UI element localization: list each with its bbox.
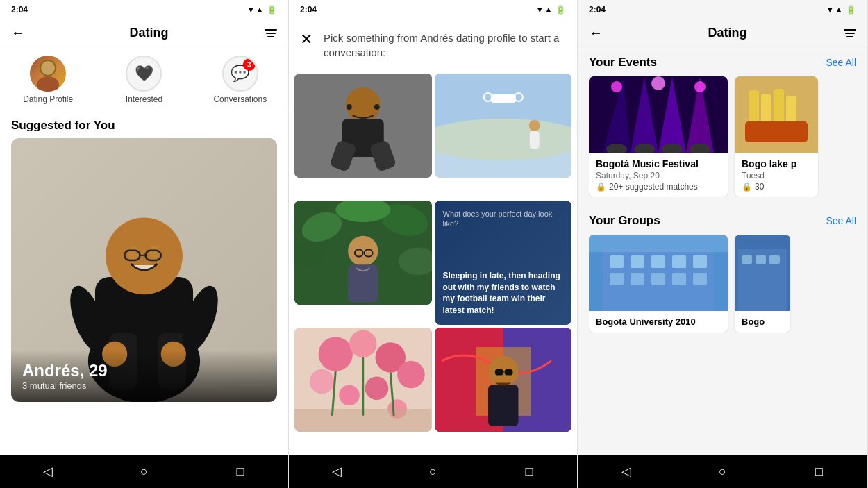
suggested-person-card[interactable]: Andrés, 29 3 mutual friends (11, 138, 277, 402)
filter-button-1[interactable] (265, 29, 277, 37)
group-1-info: Bogotá University 2010 (589, 311, 728, 333)
svg-rect-36 (529, 131, 539, 149)
events-section-header: Your Events See All (589, 56, 856, 69)
android-back-2[interactable]: ◁ (323, 457, 351, 485)
android-home-2[interactable]: ○ (419, 457, 446, 485)
screen-dating-events: 2:04 ▾ ▲ 🔋 ← Dating Your Events See All (578, 0, 868, 488)
battery-icon-2: 🔋 (556, 5, 566, 15)
svg-point-10 (149, 246, 160, 260)
conversation-prompt: Pick something from Andrés dating profil… (324, 31, 566, 60)
group-card-1[interactable]: Bogotá University 2010 (589, 235, 728, 333)
svg-point-81 (694, 81, 706, 92)
page-title-3: Dating (611, 26, 844, 40)
card-mutual-friends: 3 mutual friends (22, 380, 266, 391)
svg-point-26 (347, 104, 352, 110)
svg-point-2 (41, 61, 55, 75)
groups-see-all[interactable]: See All (826, 215, 856, 226)
page-title-1: Dating (33, 26, 265, 40)
app-header-1: ← Dating (0, 19, 288, 47)
back-button-3[interactable]: ← (589, 25, 603, 41)
android-recents-3[interactable]: □ (806, 457, 833, 485)
groups-title: Your Groups (589, 214, 660, 228)
events-section: Your Events See All (578, 47, 867, 205)
screen-conversation-starter: 2:04 ▾ ▲ 🔋 ✕ Pick something from Andrés … (289, 0, 578, 488)
event-1-name: Bogotá Music Festival (596, 158, 721, 169)
svg-point-65 (488, 356, 518, 386)
group-2-name: Bogo (742, 317, 783, 327)
battery-icon: 🔋 (267, 5, 277, 15)
interested-icon: 🖤 (126, 56, 162, 92)
event-img-food (735, 76, 818, 153)
wifi-icon: ▾ (249, 5, 253, 15)
perfect-day-answer: Sleeping in late, then heading out with … (443, 270, 564, 317)
svg-rect-87 (745, 121, 808, 142)
wifi-icon-3: ▾ (828, 5, 832, 15)
wifi-icon-2: ▾ (537, 5, 542, 15)
dating-profile-icon (30, 56, 66, 92)
svg-point-49 (319, 337, 353, 371)
svg-point-53 (397, 361, 425, 389)
svg-rect-104 (756, 255, 766, 264)
close-button[interactable]: ✕ (300, 31, 312, 49)
svg-rect-85 (774, 89, 784, 125)
svg-point-50 (349, 330, 377, 357)
photo-cell-6[interactable] (435, 328, 572, 432)
android-recents-2[interactable]: □ (515, 457, 543, 485)
tab-conversations-label: Conversations (213, 94, 267, 104)
svg-rect-93 (672, 255, 686, 268)
svg-rect-105 (769, 255, 780, 264)
event-card-2[interactable]: Bogo lake p Tuesd 🔒 30 (735, 76, 818, 197)
photo-cell-3[interactable] (294, 201, 432, 305)
android-back-1[interactable]: ◁ (34, 457, 62, 485)
event-1-matches: 🔒 20+ suggested matches (596, 182, 721, 192)
svg-point-9 (128, 246, 139, 260)
tab-dating-profile-label: Dating Profile (23, 94, 73, 104)
events-scroll: Bogotá Music Festival Saturday, Sep 20 🔒… (589, 76, 856, 197)
svg-point-79 (611, 81, 622, 92)
tab-dating-profile[interactable]: Dating Profile (20, 56, 76, 104)
android-recents-1[interactable]: □ (226, 457, 254, 485)
group-img-partial (735, 235, 790, 311)
status-bar-1: 2:04 ▾ ▲ 🔋 (0, 0, 288, 19)
svg-point-54 (339, 385, 360, 405)
status-time-2: 2:04 (300, 5, 317, 15)
group-2-info: Bogo (735, 311, 790, 333)
photo-cell-5[interactable] (294, 328, 432, 432)
status-time-3: 2:04 (589, 5, 606, 15)
svg-rect-103 (742, 255, 752, 264)
events-see-all[interactable]: See All (826, 57, 856, 68)
event-1-info: Bogotá Music Festival Saturday, Sep 20 🔒… (589, 153, 728, 197)
filter-line-3b (845, 33, 855, 34)
group-card-2[interactable]: Bogo (735, 235, 790, 333)
android-back-3[interactable]: ◁ (612, 457, 640, 485)
tab-interested-label: Interested (126, 94, 162, 104)
suggested-section-title: Suggested for You (0, 110, 288, 138)
filter-button-3[interactable] (844, 29, 856, 37)
svg-point-80 (651, 76, 665, 90)
android-home-3[interactable]: ○ (709, 457, 737, 485)
filter-line-3a (844, 29, 856, 31)
event-2-name: Bogo lake p (742, 158, 811, 169)
svg-rect-84 (761, 94, 771, 125)
event-2-info: Bogo lake p Tuesd 🔒 30 (735, 153, 818, 197)
android-nav-1: ◁ ○ □ (0, 455, 288, 488)
tab-interested[interactable]: 🖤 Interested (116, 56, 172, 104)
svg-rect-99 (693, 273, 707, 285)
filter-line-2 (266, 33, 276, 34)
conversations-icon: 💬 3 (222, 56, 258, 92)
tab-conversations[interactable]: 💬 3 Conversations (212, 56, 268, 104)
groups-scroll: Bogotá University 2010 Bogo (589, 235, 856, 333)
photo-cell-2[interactable] (435, 74, 572, 178)
back-button-1[interactable]: ← (11, 25, 25, 41)
svg-rect-83 (749, 90, 759, 125)
event-card-1[interactable]: Bogotá Music Festival Saturday, Sep 20 🔒… (589, 76, 728, 197)
event-2-date: Tuesd (742, 171, 811, 180)
svg-rect-100 (589, 235, 728, 252)
screen2-header: ✕ Pick something from Andrés dating prof… (289, 19, 577, 71)
android-home-1[interactable]: ○ (130, 457, 158, 485)
groups-section: Your Groups See All (578, 205, 867, 341)
photo-cell-4-text[interactable]: What does your perfect day look like? Sl… (435, 201, 572, 325)
svg-rect-94 (693, 255, 707, 268)
photo-cell-1[interactable] (294, 74, 432, 178)
status-icons-2: ▾ ▲ 🔋 (537, 5, 566, 15)
